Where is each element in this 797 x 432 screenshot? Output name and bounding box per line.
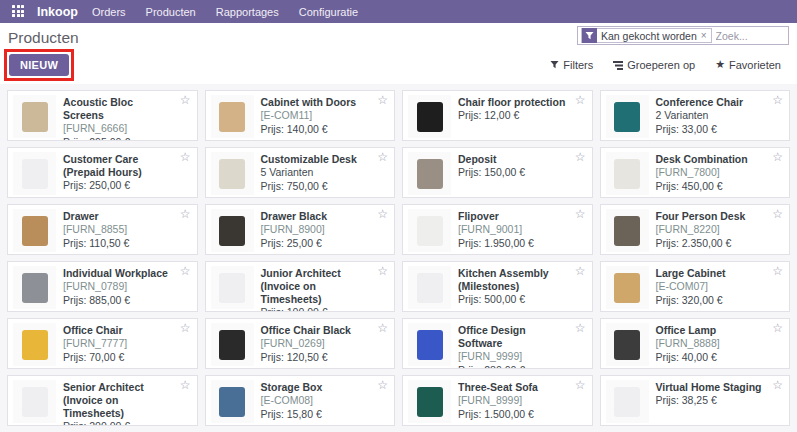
product-price: Prijs: 15,80 € bbox=[261, 408, 337, 422]
favorite-star-icon[interactable]: ☆ bbox=[575, 151, 586, 163]
product-image bbox=[408, 152, 451, 195]
product-card[interactable]: DepositPrijs: 150,00 €☆ bbox=[402, 147, 593, 198]
favorite-star-icon[interactable]: ☆ bbox=[180, 94, 191, 106]
product-price: Prijs: 200,00 € bbox=[63, 420, 188, 426]
nav-menu-rapportages[interactable]: Rapportages bbox=[216, 6, 279, 18]
product-reference: [FURN_9001] bbox=[458, 223, 534, 237]
favorite-star-icon[interactable]: ☆ bbox=[180, 265, 191, 277]
product-card[interactable]: Chair floor protectionPrijs: 12,00 €☆ bbox=[402, 90, 593, 141]
product-image bbox=[606, 95, 649, 138]
product-card[interactable]: Junior Architect (Invoice on Timesheets)… bbox=[205, 261, 396, 312]
favorite-star-icon[interactable]: ☆ bbox=[180, 379, 191, 391]
favorite-star-icon[interactable]: ☆ bbox=[772, 208, 783, 220]
favorite-star-icon[interactable]: ☆ bbox=[575, 208, 586, 220]
nav-menu-producten[interactable]: Producten bbox=[146, 6, 196, 18]
new-button[interactable]: NIEUW bbox=[9, 54, 69, 76]
favorite-star-icon[interactable]: ☆ bbox=[180, 322, 191, 334]
product-image bbox=[408, 266, 451, 309]
product-reference: [FURN_8888] bbox=[656, 337, 731, 351]
top-navbar: Inkoop Orders Producten Rapportages Conf… bbox=[0, 0, 797, 23]
product-price: Prijs: 1.950,00 € bbox=[458, 237, 534, 251]
product-image bbox=[606, 323, 649, 366]
favorite-star-icon[interactable]: ☆ bbox=[772, 322, 783, 334]
product-image bbox=[211, 152, 254, 195]
product-price: Prijs: 38,25 € bbox=[656, 394, 776, 408]
apps-grid-icon[interactable] bbox=[12, 5, 25, 18]
favorites-button[interactable]: ★ Favorieten bbox=[715, 58, 781, 71]
product-image bbox=[13, 380, 56, 423]
product-card[interactable]: Flipover[FURN_9001]Prijs: 1.950,00 €☆ bbox=[402, 204, 593, 255]
app-name[interactable]: Inkoop bbox=[37, 5, 78, 19]
favorite-star-icon[interactable]: ☆ bbox=[772, 151, 783, 163]
product-image bbox=[408, 323, 451, 366]
search-actions: Filters Groeperen op ★ Favorieten bbox=[550, 58, 781, 71]
product-card[interactable]: Office Lamp[FURN_8888]Prijs: 40,00 €☆ bbox=[600, 318, 791, 369]
favorites-label: Favorieten bbox=[729, 59, 781, 71]
favorite-star-icon[interactable]: ☆ bbox=[575, 379, 586, 391]
product-card[interactable]: Office Chair Black[FURN_0269]Prijs: 120,… bbox=[205, 318, 396, 369]
facet-remove-icon[interactable]: × bbox=[701, 30, 711, 41]
product-name: Office Chair Black bbox=[261, 324, 365, 337]
search-facet: Kan gekocht worden × bbox=[581, 28, 712, 43]
product-price: Prijs: 750,00 € bbox=[261, 180, 371, 194]
annotation-highlight: NIEUW bbox=[4, 49, 74, 81]
product-name: Office Lamp bbox=[656, 324, 731, 337]
favorite-star-icon[interactable]: ☆ bbox=[377, 151, 388, 163]
product-card[interactable]: Large Cabinet[E-COM07]Prijs: 320,00 €☆ bbox=[600, 261, 791, 312]
product-card[interactable]: Desk Combination[FURN_7800]Prijs: 450,00… bbox=[600, 147, 791, 198]
nav-menu-orders[interactable]: Orders bbox=[92, 6, 126, 18]
product-image bbox=[13, 266, 56, 309]
product-card[interactable]: Office Chair[FURN_7777]Prijs: 70,00 €☆ bbox=[7, 318, 198, 369]
favorite-star-icon[interactable]: ☆ bbox=[377, 94, 388, 106]
product-card[interactable]: Drawer Black[FURN_8900]Prijs: 25,00 €☆ bbox=[205, 204, 396, 255]
product-card[interactable]: Customer Care (Prepaid Hours)Prijs: 250,… bbox=[7, 147, 198, 198]
product-name: Senior Architect (Invoice on Timesheets) bbox=[63, 381, 188, 420]
product-name: Junior Architect (Invoice on Timesheets) bbox=[261, 267, 386, 306]
product-price: Prijs: 25,00 € bbox=[261, 237, 342, 251]
product-card[interactable]: Office Design Software[FURN_9999]Prijs: … bbox=[402, 318, 593, 369]
group-by-icon bbox=[613, 60, 623, 70]
product-card[interactable]: Storage Box[E-COM08]Prijs: 15,80 €☆ bbox=[205, 375, 396, 426]
favorite-star-icon[interactable]: ☆ bbox=[377, 379, 388, 391]
filters-button[interactable]: Filters bbox=[550, 58, 593, 71]
favorite-star-icon[interactable]: ☆ bbox=[575, 94, 586, 106]
product-image bbox=[211, 95, 254, 138]
product-reference: [FURN_8900] bbox=[261, 223, 342, 237]
product-image bbox=[211, 266, 254, 309]
favorite-star-icon[interactable]: ☆ bbox=[377, 265, 388, 277]
product-image bbox=[211, 209, 254, 252]
product-name: Acoustic Bloc Screens bbox=[63, 96, 188, 122]
favorite-star-icon[interactable]: ☆ bbox=[772, 265, 783, 277]
product-card[interactable]: Drawer[FURN_8855]Prijs: 110,50 €☆ bbox=[7, 204, 198, 255]
favorite-star-icon[interactable]: ☆ bbox=[180, 208, 191, 220]
nav-menu-configuratie[interactable]: Configuratie bbox=[299, 6, 358, 18]
filter-funnel-icon bbox=[582, 28, 597, 43]
product-card[interactable]: Individual Workplace[FURN_0789]Prijs: 88… bbox=[7, 261, 198, 312]
favorite-star-icon[interactable]: ☆ bbox=[180, 151, 191, 163]
product-name: Chair floor protection bbox=[458, 96, 579, 109]
product-card[interactable]: Kitchen Assembly (Milestones)Prijs: 500,… bbox=[402, 261, 593, 312]
product-card[interactable]: Customizable Desk5 VariantenPrijs: 750,0… bbox=[205, 147, 396, 198]
favorite-star-icon[interactable]: ☆ bbox=[575, 322, 586, 334]
product-card[interactable]: Conference Chair2 VariantenPrijs: 33,00 … bbox=[600, 90, 791, 141]
group-by-button[interactable]: Groeperen op bbox=[613, 58, 695, 71]
product-price: Prijs: 1.500,00 € bbox=[458, 408, 552, 422]
search-bar[interactable]: Kan gekocht worden × bbox=[577, 26, 789, 45]
search-input[interactable] bbox=[716, 30, 768, 42]
product-name: Conference Chair bbox=[656, 96, 758, 109]
favorite-star-icon[interactable]: ☆ bbox=[772, 94, 783, 106]
product-reference: [FURN_0269] bbox=[261, 337, 365, 351]
product-card[interactable]: Three-Seat Sofa[FURN_8999]Prijs: 1.500,0… bbox=[402, 375, 593, 426]
product-card[interactable]: Acoustic Bloc Screens[FURN_6666]Prijs: 2… bbox=[7, 90, 198, 141]
favorite-star-icon[interactable]: ☆ bbox=[575, 265, 586, 277]
product-card[interactable]: Senior Architect (Invoice on Timesheets)… bbox=[7, 375, 198, 426]
product-card[interactable]: Virtual Home StagingPrijs: 38,25 €☆ bbox=[600, 375, 791, 426]
favorite-star-icon[interactable]: ☆ bbox=[772, 379, 783, 391]
product-reference: [FURN_9999] bbox=[458, 350, 583, 364]
product-card[interactable]: Four Person Desk[FURN_8220]Prijs: 2.350,… bbox=[600, 204, 791, 255]
product-name: Individual Workplace bbox=[63, 267, 182, 280]
product-name: Four Person Desk bbox=[656, 210, 760, 223]
favorite-star-icon[interactable]: ☆ bbox=[377, 208, 388, 220]
favorite-star-icon[interactable]: ☆ bbox=[377, 322, 388, 334]
product-card[interactable]: Cabinet with Doors[E-COM11]Prijs: 140,00… bbox=[205, 90, 396, 141]
